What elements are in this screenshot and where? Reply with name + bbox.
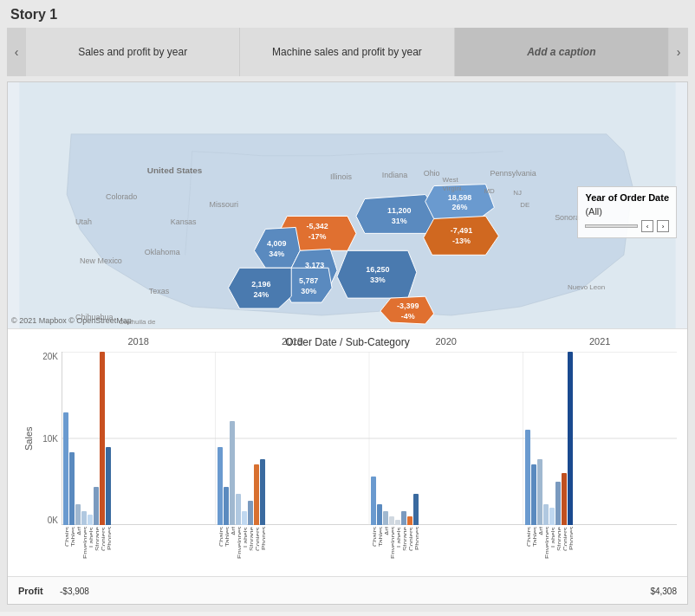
svg-text:31%: 31% (392, 217, 407, 225)
bar (401, 511, 406, 525)
bar (236, 494, 241, 525)
mapbox-credit: © 2021 Mapbox © OpenStreetMap (11, 316, 132, 325)
x-label: Art (383, 527, 388, 565)
svg-text:16,250: 16,250 (366, 265, 389, 274)
svg-text:-4%: -4% (401, 312, 415, 321)
bar (407, 516, 412, 525)
svg-text:Ohio: Ohio (424, 169, 440, 178)
svg-text:Nuevo Leon: Nuevo Leon (568, 283, 605, 291)
svg-text:-13%: -13% (452, 237, 471, 245)
x-label: Copiers (562, 527, 567, 565)
nav-item-1[interactable]: Machine sales and profit by year (240, 28, 454, 76)
bar (568, 352, 573, 525)
year-2019: 2019 (216, 336, 370, 347)
svg-text:30%: 30% (301, 287, 316, 295)
x-label: Chairs (63, 527, 68, 565)
prev-arrow[interactable]: ‹ (7, 28, 26, 76)
bar (383, 511, 388, 525)
svg-text:West: West (443, 176, 459, 184)
bar (389, 516, 394, 525)
content-area: -5,342 -17% 11,200 31% 18,598 26% -7,491… (7, 81, 688, 605)
x-label: Storage (555, 527, 561, 565)
svg-marker-13 (337, 250, 417, 298)
svg-text:New Mexico: New Mexico (80, 256, 122, 265)
x-label: Tables (377, 527, 382, 565)
bar (377, 504, 382, 525)
profit-legend-title: Profit (18, 586, 53, 596)
x-label: Labels (395, 527, 400, 565)
bar (81, 511, 87, 525)
svg-text:-17%: -17% (309, 232, 327, 241)
svg-text:11,200: 11,200 (387, 206, 411, 215)
x-label: Art (75, 527, 81, 565)
map-area: -5,342 -17% 11,200 31% 18,598 26% -7,491… (8, 82, 687, 329)
x-labels-2019: Chairs Tables Art Envelopes Labels Stora… (216, 527, 370, 565)
year-2021: 2021 (523, 336, 678, 347)
svg-text:Indiana: Indiana (382, 171, 407, 179)
svg-text:24%: 24% (253, 290, 269, 299)
bar (69, 452, 75, 525)
svg-text:Colorado: Colorado (106, 192, 137, 201)
bar (106, 447, 111, 525)
x-labels-2020: Chairs Tables Art Envelopes Labels Stora… (369, 527, 523, 565)
profit-min: -$3,908 (60, 587, 89, 596)
bar (555, 482, 561, 525)
x-label: Labels (242, 527, 247, 565)
svg-text:-5,342: -5,342 (306, 222, 328, 230)
svg-text:NJ: NJ (513, 189, 522, 197)
legend-slider: ‹ › (585, 220, 669, 232)
bars-2019 (216, 352, 370, 525)
x-axis-labels: Chairs Tables Art Envelopes Labels Stora… (62, 527, 677, 565)
page-title: Story 1 (7, 7, 688, 23)
bar (218, 447, 223, 525)
x-label: Tables (69, 527, 75, 565)
bar (242, 511, 247, 525)
svg-text:33%: 33% (370, 276, 386, 284)
slider-prev-btn[interactable]: ‹ (641, 220, 653, 232)
bar (260, 459, 265, 525)
story-nav: ‹ Sales and profit by year Machine sales… (7, 28, 688, 76)
x-label: Phones (106, 527, 111, 565)
bars-2018 (62, 352, 216, 525)
x-labels-2021: Chairs Tables Art Envelopes Labels Stora… (523, 527, 678, 565)
bars-2020 (369, 352, 523, 525)
nav-item-0[interactable]: Sales and profit by year (26, 28, 240, 76)
profit-legend: Profit -$3,908 $4,308 (8, 576, 687, 604)
svg-text:Utah: Utah (75, 217, 92, 226)
x-label: Storage (94, 527, 99, 565)
bar (531, 464, 536, 525)
nav-item-2[interactable]: Add a caption (455, 28, 669, 76)
svg-text:Missouri: Missouri (210, 200, 238, 209)
svg-text:-3,399: -3,399 (397, 302, 419, 310)
svg-text:Texas: Texas (149, 287, 170, 295)
bar (371, 477, 376, 525)
svg-text:5,787: 5,787 (299, 276, 318, 285)
svg-text:-7,491: -7,491 (451, 226, 472, 235)
bar (100, 352, 105, 525)
bar (224, 487, 229, 525)
y-axis-label: Sales (18, 352, 36, 525)
slider-next-btn[interactable]: › (657, 220, 669, 232)
year-labels: 2018 2019 2020 2021 (62, 336, 677, 347)
svg-text:Pennsylvania: Pennsylvania (490, 169, 536, 178)
svg-text:Zaragoza: Zaragoza (123, 327, 153, 328)
next-arrow[interactable]: › (669, 28, 688, 76)
svg-text:Illinois: Illinois (330, 172, 352, 181)
profit-labels: -$3,908 $4,308 (60, 587, 677, 596)
legend-title: Year of Order Date (585, 192, 669, 203)
bar (562, 473, 567, 525)
slider-track[interactable] (585, 224, 638, 228)
x-label: Envelopes (236, 527, 241, 565)
year-2020: 2020 (369, 336, 523, 347)
legend-value: (All) (585, 206, 669, 217)
chart-wrapper: Sales 20K 10K 0K (18, 352, 677, 525)
bar (413, 494, 419, 525)
nav-items: Sales and profit by year Machine sales a… (26, 28, 669, 76)
profit-gradient-container: -$3,908 $4,308 (60, 585, 677, 596)
x-label: Phones (260, 527, 265, 565)
svg-marker-10 (424, 216, 499, 255)
bar (75, 504, 81, 525)
svg-text:34%: 34% (269, 250, 284, 258)
svg-text:United States: United States (147, 165, 203, 175)
x-label: Tables (531, 527, 536, 565)
